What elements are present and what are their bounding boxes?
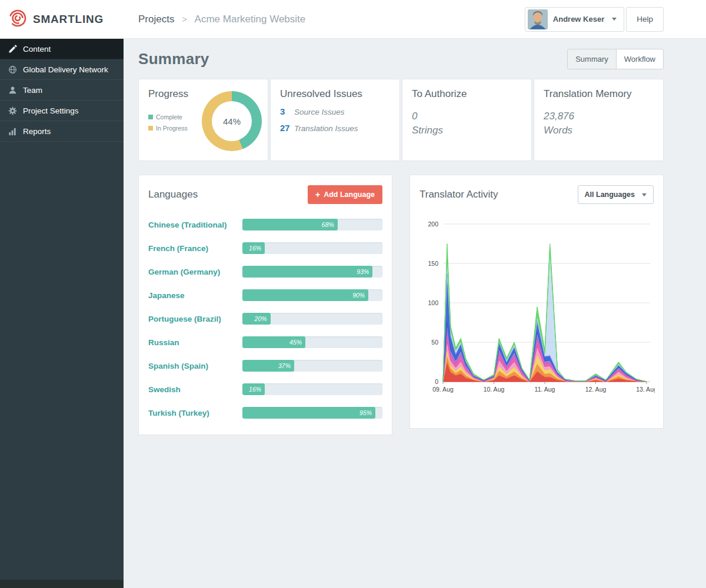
chevron-down-icon <box>642 193 647 196</box>
tab-workflow[interactable]: Workflow <box>616 49 664 69</box>
language-progress-fill: 45% <box>242 336 305 348</box>
sidebar-spacer <box>0 142 124 580</box>
source-issues-label: Source Issues <box>294 108 345 116</box>
sidebar-item-label: Content <box>23 45 51 54</box>
language-percent-label: 68% <box>322 221 338 228</box>
translation-issues-row[interactable]: 27 Translation Issues <box>280 123 390 133</box>
sidebar-item-project-settings[interactable]: Project Settings <box>0 101 124 121</box>
avatar <box>528 9 548 29</box>
main-area: Summary Summary Workflow Progress Comple… <box>124 39 706 588</box>
language-progress-bar: 45% <box>242 336 382 348</box>
svg-text:12. Aug: 12. Aug <box>585 386 607 393</box>
language-progress-bar: 16% <box>242 242 382 254</box>
language-percent-label: 20% <box>255 315 271 322</box>
language-link[interactable]: Spanish (Spain) <box>148 362 242 370</box>
translation-memory-value: 23,876 <box>544 111 654 122</box>
translation-issues-label: Translation Issues <box>294 124 358 133</box>
sidebar-item-content[interactable]: Content <box>0 39 124 59</box>
logo[interactable]: SMARTLING <box>0 8 124 31</box>
sidebar-item-label: Project Settings <box>23 106 79 115</box>
translation-memory-unit: Words <box>544 125 654 136</box>
logo-text: SMARTLING <box>33 13 104 26</box>
source-issues-row[interactable]: 3 Source Issues <box>280 106 390 116</box>
plus-icon: + <box>315 191 320 199</box>
help-button[interactable]: Help <box>626 7 664 32</box>
source-issues-count: 3 <box>280 106 294 116</box>
svg-text:13. Aug: 13. Aug <box>636 386 655 393</box>
sidebar-footer <box>0 580 124 588</box>
language-row: Turkish (Turkey)95% <box>148 401 382 425</box>
breadcrumb-separator: > <box>182 15 187 24</box>
language-progress-fill: 20% <box>242 313 271 325</box>
language-percent-label: 16% <box>249 245 265 252</box>
tab-summary[interactable]: Summary <box>567 49 617 69</box>
unresolved-issues-card: Unresolved Issues 3 Source Issues 27 Tra… <box>270 79 400 161</box>
language-percent-label: 45% <box>289 339 305 346</box>
header-actions: Andrew Keser Help <box>525 7 664 32</box>
language-row: Chinese (Traditional)68% <box>148 213 382 236</box>
translation-issues-count: 27 <box>280 123 294 133</box>
language-filter-dropdown[interactable]: All Languages <box>578 185 654 204</box>
language-row: Spanish (Spain)37% <box>148 354 382 377</box>
language-list: Chinese (Traditional)68%French (France)1… <box>148 213 382 425</box>
language-percent-label: 90% <box>352 292 368 299</box>
language-row: Swedish16% <box>148 377 382 401</box>
language-row: German (Germany)93% <box>148 260 382 283</box>
add-language-button[interactable]: + Add Language <box>308 185 382 204</box>
view-toggle: Summary Workflow <box>567 49 664 69</box>
language-progress-bar: 37% <box>242 360 382 372</box>
language-link[interactable]: Portuguese (Brazil) <box>148 315 242 323</box>
language-row: Russian45% <box>148 330 382 354</box>
language-progress-bar: 68% <box>242 219 382 230</box>
user-name: Andrew Keser <box>553 15 604 24</box>
unresolved-issues-title: Unresolved Issues <box>280 88 390 100</box>
sidebar-item-label: Team <box>23 86 42 95</box>
svg-text:50: 50 <box>431 339 438 346</box>
translation-memory-card: Translation Memory 23,876 Words <box>534 79 664 161</box>
svg-text:100: 100 <box>428 299 438 306</box>
languages-title: Languages <box>148 189 198 201</box>
reports-icon <box>8 126 17 136</box>
language-progress-fill: 90% <box>242 289 368 301</box>
language-percent-label: 93% <box>357 268 372 275</box>
svg-text:0: 0 <box>435 378 438 385</box>
team-icon <box>8 85 17 95</box>
language-progress-fill: 16% <box>242 242 265 254</box>
sidebar-item-reports[interactable]: Reports <box>0 121 124 142</box>
to-authorize-unit: Strings <box>412 125 522 136</box>
sidebar-item-team[interactable]: Team <box>0 80 124 101</box>
user-menu[interactable]: Andrew Keser <box>525 7 624 32</box>
legend-swatch-1 <box>148 126 153 131</box>
content-icon <box>8 44 17 54</box>
breadcrumb: Projects > Acme Marketing Website <box>124 14 525 25</box>
sidebar: Content Global Delivery Network <box>0 39 124 588</box>
language-progress-fill: 16% <box>242 383 265 395</box>
language-progress-bar: 95% <box>242 407 382 419</box>
donut-center-label: 44% <box>223 116 241 126</box>
legend-label: In Progress <box>156 125 188 132</box>
language-row: Japanese90% <box>148 283 382 307</box>
breadcrumb-projects[interactable]: Projects <box>138 14 174 25</box>
to-authorize-card: To Authorize 0 Strings <box>402 79 532 161</box>
svg-text:09. Aug: 09. Aug <box>432 386 454 393</box>
language-link[interactable]: German (Germany) <box>148 268 242 276</box>
languages-panel: Languages + Add Language Chinese (Tradit… <box>138 175 392 435</box>
language-percent-label: 95% <box>359 409 375 416</box>
progress-donut-chart: 44% <box>202 91 262 151</box>
language-progress-bar: 93% <box>242 266 382 278</box>
legend-label: Complete <box>156 113 182 121</box>
language-link[interactable]: Russian <box>148 338 242 347</box>
language-link[interactable]: Swedish <box>148 385 242 394</box>
chevron-down-icon <box>612 18 617 21</box>
language-progress-fill: 93% <box>242 266 372 278</box>
language-progress-bar: 16% <box>242 383 382 395</box>
language-link[interactable]: Japanese <box>148 291 242 300</box>
language-link[interactable]: French (France) <box>148 244 242 253</box>
language-filter-label: All Languages <box>585 191 635 199</box>
smartling-logo-icon <box>8 8 28 31</box>
language-link[interactable]: Turkish (Turkey) <box>148 409 242 417</box>
language-progress-bar: 20% <box>242 313 382 325</box>
language-percent-label: 16% <box>249 386 265 393</box>
language-link[interactable]: Chinese (Traditional) <box>148 220 242 229</box>
sidebar-item-global-delivery-network[interactable]: Global Delivery Network <box>0 59 124 80</box>
